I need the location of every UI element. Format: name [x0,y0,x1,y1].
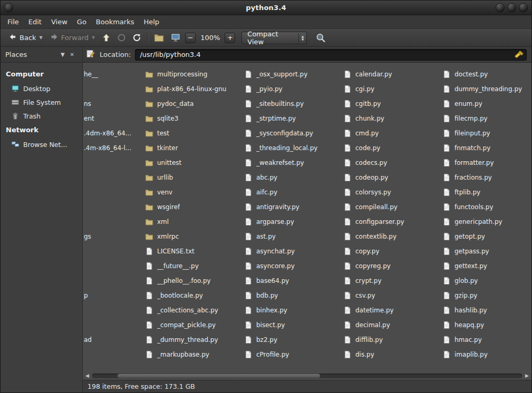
sidebar-item-browse-net[interactable]: Browse Net... [1,137,82,151]
file-item[interactable]: _sitebuiltins.py [243,96,341,111]
file-item[interactable]: ast.py [243,229,341,244]
file-item-partial[interactable]: ad [84,332,92,347]
file-item[interactable]: cProfile.py [243,347,341,362]
horizontal-scrollbar[interactable]: ◀ ▶ [83,371,531,380]
forward-dropdown-icon[interactable]: ▼ [92,35,95,40]
file-item[interactable]: _osx_support.py [243,67,341,82]
open-terminal-button[interactable] [167,32,184,44]
file-item[interactable]: gettext.py [441,259,531,273]
places-close-icon[interactable]: ✕ [67,51,77,58]
file-item-partial[interactable]: gs [84,229,91,244]
file-item[interactable]: abc.py [243,170,341,185]
file-item[interactable]: contextlib.py [342,229,440,244]
file-item[interactable]: doctest.py [441,67,531,82]
file-item[interactable]: ftplib.py [441,185,531,200]
file-item[interactable]: _compat_pickle.py [144,318,242,332]
file-item[interactable]: fileinput.py [441,126,531,141]
file-item[interactable]: binhex.py [243,303,341,318]
file-item[interactable]: code.py [342,141,440,155]
file-item[interactable]: crypt.py [342,273,440,288]
file-item[interactable]: formatter.py [441,155,531,170]
file-item[interactable]: bisect.py [243,318,341,332]
folder-item[interactable]: xmlrpc [144,229,242,244]
file-item[interactable]: decimal.py [342,318,440,332]
file-item-partial[interactable]: p [84,288,88,303]
folder-item[interactable]: pydoc_data [144,96,242,111]
menu-item-go[interactable]: Go [72,16,91,28]
file-item[interactable]: _strptime.py [243,111,341,126]
file-item[interactable]: argparse.py [243,214,341,229]
file-item[interactable]: codeop.py [342,170,440,185]
up-button[interactable] [99,32,114,44]
file-item[interactable]: codecs.py [342,155,440,170]
file-item[interactable]: dummy_threading.py [441,82,531,96]
file-item[interactable]: _collections_abc.py [144,303,242,318]
file-item[interactable]: _markupbase.py [144,347,242,362]
file-item[interactable]: csv.py [342,288,440,303]
zoom-in-button[interactable]: + [225,33,235,43]
folder-item[interactable]: plat-x86_64-linux-gnu [144,82,242,96]
file-item-partial[interactable]: ent [84,111,94,126]
folder-item[interactable]: unittest [144,155,242,170]
file-item[interactable]: configparser.py [342,214,440,229]
file-item-partial[interactable]: .4m-x86_64-l... [84,141,131,155]
file-item-partial[interactable]: he__ [84,67,98,82]
file-item[interactable]: glob.py [441,273,531,288]
file-item[interactable]: fractions.py [441,170,531,185]
folder-item[interactable]: tkinter [144,141,242,155]
menu-item-file[interactable]: File [3,16,24,28]
file-item[interactable]: gzip.py [441,288,531,303]
file-item[interactable]: _sysconfigdata.py [243,126,341,141]
scrollbar-track[interactable] [92,374,522,378]
file-item[interactable]: datetime.py [342,303,440,318]
file-item[interactable]: copy.py [342,244,440,259]
stop-button[interactable] [114,32,129,44]
file-item[interactable]: heapq.py [441,318,531,332]
new-folder-button[interactable] [151,32,167,44]
file-item[interactable]: hashlib.py [441,303,531,318]
file-item[interactable]: functools.py [441,200,531,214]
file-item[interactable]: cgitb.py [342,96,440,111]
file-item[interactable]: __future__.py [144,259,242,273]
menu-item-help[interactable]: Help [139,16,164,28]
window-menu-button[interactable] [4,3,13,12]
file-item[interactable]: _dummy_thread.py [144,332,242,347]
file-item[interactable]: imaplib.py [441,347,531,362]
file-item[interactable]: _pyio.py [243,82,341,96]
menu-item-edit[interactable]: Edit [24,16,46,28]
file-item[interactable]: fnmatch.py [441,141,531,155]
file-item[interactable]: getpass.py [441,244,531,259]
file-item[interactable]: _weakrefset.py [243,155,341,170]
folder-item[interactable]: wsgiref [144,200,242,214]
file-item[interactable]: bdb.py [243,288,341,303]
folder-item[interactable]: venv [144,185,242,200]
file-item[interactable]: bz2.py [243,332,341,347]
back-button[interactable]: Back ▼ [5,31,46,44]
file-item[interactable]: hmac.py [441,332,531,347]
file-item[interactable]: copyreg.py [342,259,440,273]
file-item[interactable]: LICENSE.txt [144,244,242,259]
menu-item-view[interactable]: View [46,16,72,28]
file-item[interactable]: chunk.py [342,111,440,126]
scroll-left-icon[interactable]: ◀ [83,371,91,380]
reload-button[interactable] [129,32,144,44]
places-dropdown-icon[interactable]: ▼ [58,51,67,58]
file-item[interactable]: dis.py [342,347,440,362]
view-mode-dropdown[interactable]: Compact View ▲▼ [241,32,307,44]
scroll-right-icon[interactable]: ▶ [523,371,531,380]
file-item[interactable]: enum.py [441,96,531,111]
file-item-partial[interactable]: ns [84,96,91,111]
file-item[interactable]: getopt.py [441,229,531,244]
file-item[interactable]: compileall.py [342,200,440,214]
maximize-button[interactable] [507,3,516,12]
back-dropdown-icon[interactable]: ▼ [40,35,43,40]
minimize-button[interactable] [496,3,505,12]
file-item[interactable]: cmd.py [342,126,440,141]
sidebar-item-desktop[interactable]: Desktop [1,82,82,95]
file-item[interactable]: aifc.py [243,185,341,200]
zoom-out-button[interactable]: − [185,33,196,43]
file-item[interactable]: _bootlocale.py [144,288,242,303]
folder-item[interactable]: xml [144,214,242,229]
forward-button[interactable]: Forward ▼ [46,31,99,44]
search-button[interactable] [312,31,330,45]
